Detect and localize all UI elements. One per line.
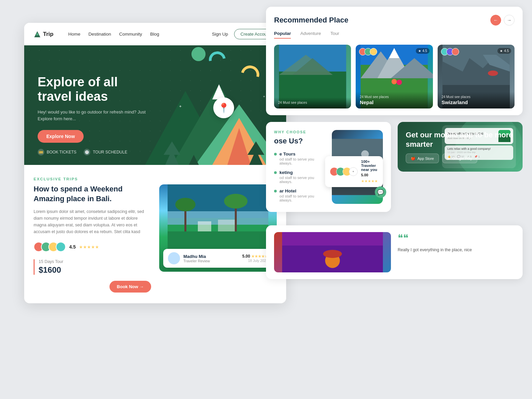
trip-info: How to spend a Weekend Amazing place in … [34, 184, 151, 293]
reviewer-avatar [168, 252, 180, 264]
prev-button[interactable]: ← [490, 15, 501, 26]
nav-home[interactable]: Home [68, 32, 80, 37]
why-item-2-title: keting [274, 170, 325, 175]
star-icon: ★ [418, 49, 421, 53]
book-tickets-label: BOOK TICKETS [47, 150, 76, 154]
rec-card-nepal[interactable]: ★ 4.5 24 Must see places Nepal [356, 45, 433, 108]
svg-point-38 [392, 79, 397, 84]
svg-point-45 [488, 71, 498, 76]
tab-tour[interactable]: Tour [330, 31, 339, 39]
hero-quick-actions: 🎫 BOOK TICKETS 🕐 TOUR SCHEDULE [38, 149, 152, 156]
why-items: e Tours od staff to serve you always. ke… [274, 151, 325, 202]
app-store-label: App Store [417, 157, 434, 161]
android-icon: ▶ [447, 156, 450, 161]
reviewer-avatars [34, 242, 66, 252]
rec-nav-buttons: ← → [490, 15, 515, 26]
hero-content: Explore of all travel ideas Hey! would y… [38, 75, 152, 156]
google-play-button[interactable]: ▶ Google Play [442, 153, 477, 163]
chevron-right-icon: → [507, 17, 512, 23]
svg-rect-26 [198, 221, 211, 231]
trip-title: How to spend a Weekend Amazing place in … [34, 184, 151, 204]
rec-card-switz-overlay: 24 Must see places Swizarland [438, 92, 515, 108]
book-now-button[interactable]: Book Now → [109, 281, 151, 293]
switz-card-label: 24 Must see places [442, 95, 511, 99]
rec-card-nepal-overlay: 24 Must see places Nepal [356, 92, 433, 108]
tab-popular[interactable]: Popular [274, 31, 291, 39]
traveler-popup: + 100+ Traveler near you 5.00 ★★★★★ [325, 156, 383, 187]
nepal-card-avatars [359, 48, 377, 55]
pin-icon: 📍 [218, 102, 230, 114]
logo: Trip [34, 31, 53, 38]
rec-card-1[interactable]: 24 Must see places [274, 45, 351, 108]
nav-community[interactable]: Community [119, 32, 142, 37]
logo-icon [34, 31, 41, 38]
star-icon-2: ★ [500, 49, 503, 53]
svg-point-56 [323, 250, 342, 258]
tab-adventure[interactable]: Adventure [300, 31, 321, 39]
rating-score: 4.5 [69, 244, 76, 250]
testimonial-text: Really I got everything in the place, ni… [398, 247, 515, 253]
sign-up-link[interactable]: Sign Up [212, 32, 228, 37]
pop-avatars: + [330, 167, 358, 176]
switz-card-avatars [441, 48, 459, 55]
why-title: ose Us? [274, 137, 325, 145]
chevron-left-icon: ← [493, 17, 498, 23]
nav-blog[interactable]: Blog [150, 32, 159, 37]
tour-price: $1600 [39, 265, 151, 275]
avatar-4 [56, 242, 66, 252]
tour-schedule-action[interactable]: 🕐 TOUR SCHEDULE [84, 149, 127, 156]
why-content: Why Choose ose Us? e Tours od staff to s… [274, 130, 325, 204]
app-store-buttons: 🍎 App Store ▶ Google Play [406, 153, 515, 163]
nepal-card-label: 24 Must see places [360, 95, 429, 99]
nav-destination[interactable]: Destination [88, 32, 111, 37]
reviewer-label: Traveler Review [183, 259, 210, 263]
reviewer-name: Madhu Mia [183, 254, 210, 259]
chat-icon: 💬 [377, 189, 384, 195]
testimonial-section: ❝❝ Really I got everything in the place,… [266, 225, 523, 279]
why-label: Why Choose [274, 130, 325, 134]
tour-days: 15 Days Tour [39, 259, 151, 264]
switz-avatar-3 [452, 48, 459, 55]
trips-section: Exclusive Trips How to spend a Weekend A… [24, 165, 286, 303]
nav-links: Home Destination Community Blog [68, 32, 159, 37]
book-tickets-action[interactable]: 🎫 BOOK TICKETS [38, 149, 76, 156]
tour-schedule-label: TOUR SCHEDULE [93, 150, 127, 154]
why-choose-section: Why Choose ose Us? e Tours od staff to s… [266, 122, 391, 212]
rec-cards: 24 Must see places [274, 45, 515, 108]
hero-banner: 📍 ✦ ✦ ✦ [24, 45, 286, 165]
main-card: Trip Home Destination Community Blog Sig… [24, 23, 286, 303]
shape-circle-green [191, 47, 206, 61]
why-item-3: ar Hotel od staff to serve you always. [274, 188, 325, 202]
why-item-1-desc: od staff to serve you always. [274, 157, 325, 165]
svg-point-25 [224, 194, 248, 209]
svg-rect-27 [218, 220, 235, 231]
why-item-3-desc: od staff to serve you always. [274, 194, 325, 202]
rec-header: Recommended Place ← → [274, 15, 515, 26]
logo-text: Trip [43, 31, 53, 38]
ticket-icon: 🎫 [38, 149, 44, 156]
popup-info: 100+ Traveler near you 5.00 ★★★★★ [361, 160, 378, 184]
reviewer-info: Madhu Mia Traveler Review [183, 254, 210, 263]
rating-row: 4.5 ★★★★★ [34, 242, 151, 252]
why-dot-3 [274, 190, 277, 192]
why-item-1: e Tours od staff to serve you always. [274, 151, 325, 165]
why-item-1-title: e Tours [274, 151, 325, 157]
nepal-card-name: Nepal [360, 99, 429, 105]
rec-card-switzerland[interactable]: ★ 4.5 24 Must see places Swizarland [438, 45, 515, 108]
why-image-col: + 100+ Traveler near you 5.00 ★★★★★ 💬 [332, 130, 383, 204]
rating-stars: ★★★★★ [79, 245, 99, 250]
navbar: Trip Home Destination Community Blog Sig… [24, 23, 286, 45]
why-item-2-desc: od staff to serve you always. [274, 176, 325, 184]
next-button[interactable]: → [504, 15, 515, 26]
svg-point-39 [397, 80, 402, 85]
quote-icon: ❝❝ [398, 232, 515, 244]
clock-icon: 🕐 [84, 149, 90, 156]
pop-avatar-4: + [349, 167, 358, 176]
explore-now-button[interactable]: Explore Now [38, 130, 84, 143]
app-content: Get our mobile app to be more smarter 🍎 … [406, 130, 515, 163]
popup-stars-row: 5.00 ★★★★★ [361, 172, 378, 184]
why-item-2: keting od staff to serve you always. [274, 170, 325, 184]
hero-title: Explore of all travel ideas [38, 75, 152, 104]
why-item-3-title: ar Hotel [274, 188, 325, 193]
app-store-button[interactable]: 🍎 App Store [406, 153, 439, 163]
